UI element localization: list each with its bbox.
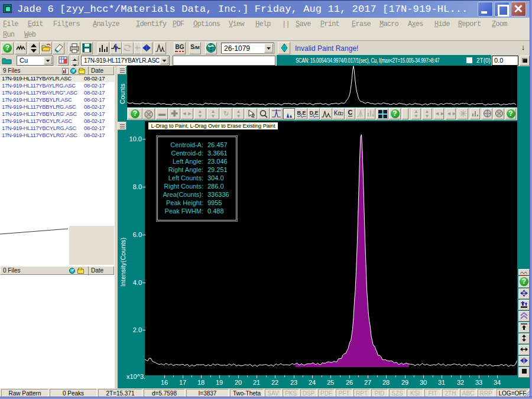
svg-text:z: z (252, 113, 255, 119)
